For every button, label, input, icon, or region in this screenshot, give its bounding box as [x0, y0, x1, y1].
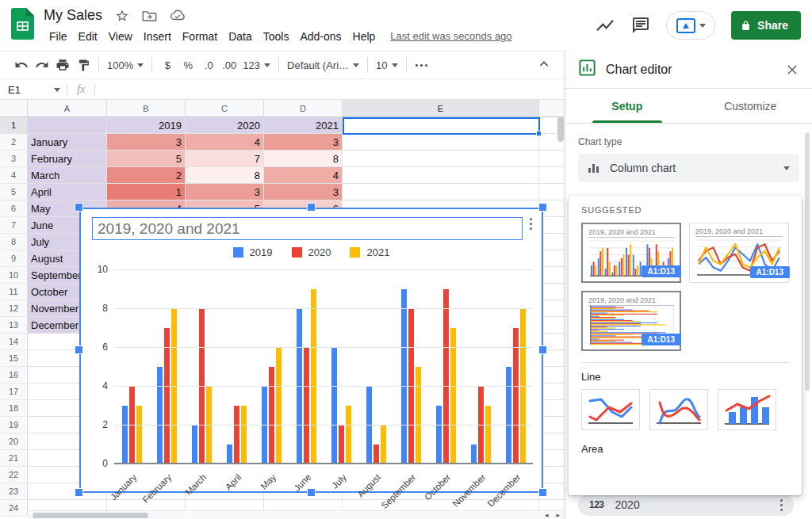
- tab-customize[interactable]: Customize: [689, 89, 812, 123]
- column-header-d[interactable]: D: [264, 100, 343, 117]
- row-header-13[interactable]: 13: [0, 317, 28, 334]
- row-header-5[interactable]: 5: [0, 184, 28, 200]
- bar-2020[interactable]: [339, 425, 344, 464]
- present-button[interactable]: [666, 11, 715, 40]
- suggested-column-chart[interactable]: 2019, 2020 and 2021 A1:D13: [581, 223, 681, 283]
- font-size-select[interactable]: 10: [373, 55, 400, 75]
- bar-2021[interactable]: [416, 367, 421, 464]
- bar-2021[interactable]: [311, 289, 316, 464]
- redo-button[interactable]: [32, 55, 52, 75]
- cell[interactable]: 2020: [186, 117, 264, 134]
- row-header-11[interactable]: 11: [0, 284, 28, 300]
- cell[interactable]: 7: [186, 151, 264, 167]
- vertical-scrollbar[interactable]: [557, 116, 564, 142]
- cell[interactable]: [343, 117, 539, 134]
- grid-corner[interactable]: [0, 100, 28, 117]
- cell[interactable]: February: [28, 151, 107, 167]
- cell[interactable]: 5: [107, 151, 186, 167]
- chart-options-icon[interactable]: [527, 216, 534, 232]
- cell[interactable]: [539, 167, 565, 184]
- row-header-6[interactable]: 6: [0, 200, 28, 217]
- bar-2019[interactable]: [157, 367, 163, 464]
- print-button[interactable]: [52, 55, 73, 75]
- star-icon[interactable]: [115, 9, 129, 23]
- row-header-17[interactable]: 17: [0, 384, 28, 400]
- bar-2020[interactable]: [513, 328, 519, 464]
- decrease-decimal-button[interactable]: .0: [198, 55, 219, 75]
- row-header-16[interactable]: 16: [0, 367, 28, 384]
- bar-2019[interactable]: [331, 347, 337, 464]
- row-header-19[interactable]: 19: [0, 417, 28, 433]
- panel-scrollbar[interactable]: [805, 132, 810, 391]
- row-header-14[interactable]: 14: [0, 334, 28, 350]
- cell[interactable]: 1: [107, 184, 186, 200]
- bar-2019[interactable]: [227, 445, 232, 464]
- column-header-b[interactable]: B: [107, 100, 186, 117]
- bar-2020[interactable]: [373, 445, 379, 464]
- insights-icon[interactable]: [595, 15, 615, 36]
- suggested-bar-chart[interactable]: 2019, 2020 and 2021 A1:D13: [581, 291, 681, 351]
- row-header-23[interactable]: 23: [0, 483, 28, 500]
- cell[interactable]: [539, 184, 565, 200]
- bar-2019[interactable]: [471, 445, 477, 464]
- menu-item-format[interactable]: Format: [177, 29, 223, 44]
- menu-item-help[interactable]: Help: [347, 29, 381, 44]
- sheets-logo-icon[interactable]: [11, 8, 34, 43]
- chart-resize-handle[interactable]: [539, 346, 546, 353]
- format-percent-button[interactable]: %: [178, 55, 198, 75]
- more-toolbar-button[interactable]: [412, 55, 432, 75]
- bar-2019[interactable]: [192, 425, 197, 464]
- series-row-2020[interactable]: 123 2020: [578, 494, 794, 516]
- row-header-10[interactable]: 10: [0, 267, 28, 284]
- smooth-line-chart-option[interactable]: [649, 389, 708, 430]
- cell[interactable]: 3: [264, 184, 343, 200]
- horizontal-scrollbar-track[interactable]: ◂ ▸: [28, 510, 565, 519]
- chart-resize-handle[interactable]: [539, 489, 546, 496]
- row-header-9[interactable]: 9: [0, 250, 28, 267]
- bar-2020[interactable]: [234, 406, 239, 464]
- chart-resize-handle[interactable]: [539, 204, 546, 211]
- undo-button[interactable]: [11, 55, 32, 75]
- bar-2021[interactable]: [276, 347, 282, 464]
- cell[interactable]: [343, 134, 539, 151]
- row-header-1[interactable]: 1: [0, 117, 28, 134]
- zoom-select[interactable]: 100%: [104, 55, 147, 75]
- bar-2019[interactable]: [436, 406, 442, 464]
- cell[interactable]: 8: [264, 151, 343, 167]
- scroll-left-icon[interactable]: ◂: [545, 511, 549, 519]
- paint-format-button[interactable]: [73, 55, 94, 75]
- cell[interactable]: [28, 117, 107, 134]
- embedded-chart[interactable]: 2019, 2020 and 2021 201920202021 January…: [79, 208, 543, 493]
- name-box[interactable]: E1: [0, 84, 67, 96]
- row-header-15[interactable]: 15: [0, 350, 28, 367]
- row-header-24[interactable]: 24: [0, 500, 28, 517]
- row-header-7[interactable]: 7: [0, 217, 28, 234]
- collapse-toolbar-button[interactable]: [538, 58, 550, 73]
- row-header-3[interactable]: 3: [0, 151, 28, 167]
- menu-item-view[interactable]: View: [103, 29, 138, 44]
- row-header-22[interactable]: 22: [0, 467, 28, 483]
- bar-2021[interactable]: [241, 406, 247, 464]
- bar-2020[interactable]: [443, 289, 449, 464]
- last-edit-link[interactable]: Last edit was seconds ago: [390, 30, 511, 42]
- cell[interactable]: 8: [186, 167, 264, 184]
- row-header-4[interactable]: 4: [0, 167, 28, 184]
- menu-item-edit[interactable]: Edit: [73, 29, 103, 44]
- cell[interactable]: 2: [107, 167, 186, 184]
- chart-resize-handle[interactable]: [308, 489, 315, 496]
- chart-resize-handle[interactable]: [75, 489, 82, 496]
- bar-2019[interactable]: [401, 289, 407, 464]
- doc-title[interactable]: My Sales: [44, 7, 102, 24]
- row-header-2[interactable]: 2: [0, 134, 28, 151]
- menu-item-tools[interactable]: Tools: [258, 29, 295, 44]
- chart-resize-handle[interactable]: [75, 204, 82, 211]
- line-chart-option[interactable]: [581, 389, 640, 430]
- horizontal-scrollbar[interactable]: [33, 513, 148, 518]
- column-header-e[interactable]: E: [343, 100, 539, 117]
- bar-2020[interactable]: [304, 347, 309, 464]
- cell[interactable]: April: [28, 184, 107, 200]
- menu-item-data[interactable]: Data: [223, 29, 258, 44]
- row-header-12[interactable]: 12: [0, 300, 28, 317]
- cell[interactable]: [539, 151, 565, 167]
- bar-2020[interactable]: [164, 328, 170, 464]
